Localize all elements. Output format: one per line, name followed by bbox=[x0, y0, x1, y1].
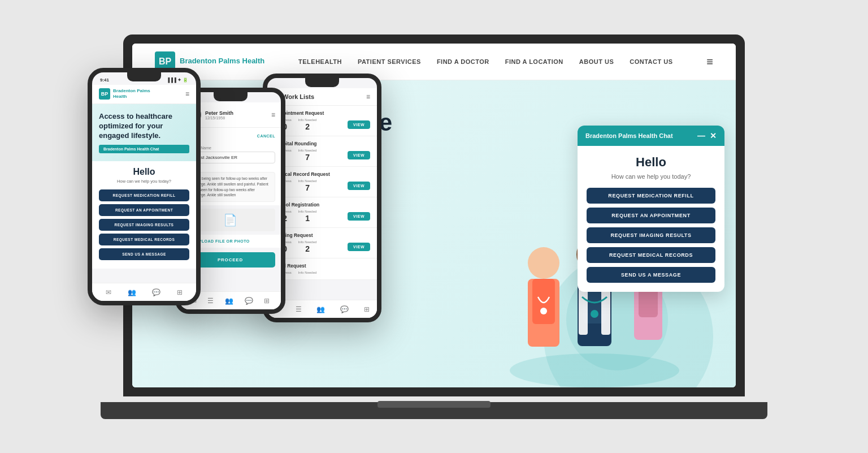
phone-left-hero-title: Access to healthcare optimized for your … bbox=[99, 112, 189, 141]
stat-info-needed-3: Info Needed 1 bbox=[298, 210, 317, 223]
phone-right-nav-people-icon[interactable]: 👥 bbox=[316, 305, 325, 313]
nav-contact-us[interactable]: CONTACT US bbox=[630, 58, 672, 65]
laptop-btn-medical-records[interactable]: REQUEST MEDICAL RECORDS bbox=[587, 247, 715, 263]
phone-middle-nav-grid-icon[interactable]: ⊞ bbox=[264, 297, 270, 305]
phone-left-signal-icon: ▐▐▐ ✦ 🔋 bbox=[167, 77, 188, 83]
phone-right-notch bbox=[305, 78, 339, 87]
phone-right-nav-list-icon[interactable]: ☰ bbox=[296, 305, 302, 313]
worklist-item-0-stats: In Progress 10 Info Needed 2 VIEW bbox=[274, 118, 370, 131]
worklist-item-0-title: Appointment Request bbox=[274, 110, 370, 116]
worklist-item-3-title: School Registration bbox=[274, 202, 370, 208]
phone-left-chat-banner: Bradenton Palms Health Chat bbox=[99, 145, 189, 153]
phone-left-btn-appointment[interactable]: REQUEST AN APPOINTMENT bbox=[99, 204, 189, 216]
laptop-chat-controls: — ✕ bbox=[697, 131, 717, 140]
patient-name: Peter Smith bbox=[205, 110, 271, 116]
laptop-chat-body: Hello How can we help you today? REQUEST… bbox=[578, 146, 724, 292]
phone-left-hero: Access to healthcare optimized for your … bbox=[92, 104, 196, 162]
laptop-chat-widget: Bradenton Palms Health Chat — ✕ Hello Ho… bbox=[578, 126, 724, 292]
stat-info-needed-1: Info Needed 7 bbox=[298, 149, 317, 162]
view-btn-3[interactable]: VIEW bbox=[348, 212, 370, 221]
phone-right-nav-chat-icon[interactable]: 💬 bbox=[340, 305, 349, 313]
phone-left-frame: 9:41 ▐▐▐ ✦ 🔋 BP Bradenton PalmsHealth ≡ … bbox=[88, 68, 201, 305]
svg-point-4 bbox=[540, 308, 547, 314]
laptop-btn-medication-refill[interactable]: REQUEST MEDICATION REFILL bbox=[587, 188, 715, 204]
phone-left-time: 9:41 bbox=[100, 77, 109, 83]
worklist-item-3-stats: In Progress 12 Info Needed 1 VIEW bbox=[274, 210, 370, 223]
worklist-item-1-title: Hospital Rounding bbox=[274, 141, 370, 146]
phone-left-btn-medication[interactable]: REQUEST MEDICATION REFILL bbox=[99, 189, 189, 201]
phone-right-nav-grid-icon[interactable]: ⊞ bbox=[364, 305, 370, 313]
nav-find-location[interactable]: FIND A LOCATION bbox=[505, 58, 563, 65]
laptop-btn-appointment[interactable]: REQUEST AN APPOINTMENT bbox=[587, 208, 715, 223]
document-icon: 📄 bbox=[223, 213, 237, 227]
svg-rect-3 bbox=[532, 279, 555, 324]
brand-name: Bradenton Palms Health bbox=[180, 57, 264, 66]
laptop-chat-minimize-icon[interactable]: — bbox=[697, 131, 705, 140]
nav-telehealth[interactable]: TELEHEALTH bbox=[298, 58, 342, 65]
stat-info-needed-2: Info Needed 7 bbox=[298, 179, 317, 192]
laptop-btn-send-message[interactable]: SEND US A MESSAGE bbox=[587, 267, 715, 283]
worklist-item-2-title: Medical Record Request bbox=[274, 171, 370, 177]
phone-middle-notch bbox=[214, 92, 248, 101]
phone-left-nav-mail-icon[interactable]: ✉ bbox=[106, 288, 111, 296]
stat-info-needed-5: Info Needed bbox=[298, 271, 317, 275]
phone-left-nav-people-icon[interactable]: 👥 bbox=[128, 288, 136, 296]
scene: BP Bradenton Palms Health TELEHEALTH PAT… bbox=[0, 0, 868, 453]
cancel-button[interactable]: CANCEL bbox=[257, 134, 275, 138]
svg-point-0 bbox=[510, 353, 679, 387]
phone-left-btn-records[interactable]: REQUEST MEDICAL RECORDS bbox=[99, 234, 189, 245]
view-btn-1[interactable]: VIEW bbox=[348, 151, 370, 159]
view-btn-0[interactable]: VIEW bbox=[348, 120, 370, 129]
phone-middle-nav-people-icon[interactable]: 👥 bbox=[225, 297, 233, 305]
stat-info-needed-0: Info Needed 2 bbox=[298, 118, 317, 131]
nav-patient-services[interactable]: PATIENT SERVICES bbox=[358, 58, 421, 65]
phone-left-nav-chat-icon[interactable]: 💬 bbox=[152, 288, 160, 296]
laptop-chat-title: Bradenton Palms Health Chat bbox=[585, 132, 673, 139]
hamburger-icon[interactable]: ≡ bbox=[706, 56, 713, 67]
phone-left-nav: BP Bradenton PalmsHealth ≡ bbox=[92, 85, 196, 104]
laptop-chat-greeting: Hello bbox=[587, 155, 715, 170]
worklist-item-4-stats: In Progress 10 Info Needed 2 VIEW bbox=[274, 240, 370, 253]
phone-left-btn-message[interactable]: SEND US A MESSAGE bbox=[99, 248, 189, 260]
nav-about-us[interactable]: ABOUT US bbox=[579, 58, 614, 65]
worklist-item-1-stats: In Progress 7 Info Needed 7 VIEW bbox=[274, 149, 370, 162]
worklist-item-2-stats: In Progress 3 Info Needed 7 VIEW bbox=[274, 179, 370, 192]
phone-left-notch bbox=[127, 72, 161, 81]
laptop-chat-header: Bradenton Palms Health Chat — ✕ bbox=[578, 126, 724, 146]
phone-left-subtitle: How can we help you today? bbox=[99, 179, 189, 184]
phone-left: 9:41 ▐▐▐ ✦ 🔋 BP Bradenton PalmsHealth ≡ … bbox=[88, 68, 201, 305]
stat-info-needed-4: Info Needed 2 bbox=[298, 240, 317, 253]
laptop-btn-imaging[interactable]: REQUEST IMAGING RESULTS bbox=[587, 227, 715, 243]
laptop-hinge bbox=[377, 401, 491, 408]
svg-point-1 bbox=[528, 247, 559, 279]
laptop-chat-close-icon[interactable]: ✕ bbox=[710, 131, 717, 140]
website-nav: BP Bradenton Palms Health TELEHEALTH PAT… bbox=[132, 44, 736, 80]
phone-left-brand-name: Bradenton PalmsHealth bbox=[113, 88, 150, 100]
nav-links: TELEHEALTH PATIENT SERVICES FIND A DOCTO… bbox=[298, 58, 672, 65]
view-btn-4[interactable]: VIEW bbox=[348, 243, 370, 251]
view-btn-2[interactable]: VIEW bbox=[348, 182, 370, 190]
patient-dob: 12/15/1958 bbox=[205, 116, 271, 120]
worklist-title: Work Lists bbox=[283, 93, 314, 100]
phone-middle-nav-chat-icon[interactable]: 💬 bbox=[245, 297, 253, 305]
laptop-base bbox=[101, 402, 767, 419]
phone-left-menu-icon[interactable]: ≡ bbox=[185, 90, 189, 98]
phone-left-bottom-nav: ✉ 👥 💬 ⊞ bbox=[92, 283, 196, 301]
patient-menu-icon[interactable]: ≡ bbox=[271, 111, 275, 119]
worklist-item-5-title: Refill Request bbox=[274, 263, 370, 269]
phone-left-logo: BP bbox=[99, 88, 110, 100]
phone-left-nav-grid-icon[interactable]: ⊞ bbox=[177, 288, 183, 296]
worklist-item-5-stats: In Progress Info Needed bbox=[274, 271, 370, 275]
upload-label: UPLOAD FILE OR PHOTO bbox=[196, 239, 250, 243]
laptop-chat-subtitle: How can we help you today? bbox=[587, 173, 715, 180]
nav-find-doctor[interactable]: FIND A DOCTOR bbox=[437, 58, 489, 65]
phone-left-brand: BP Bradenton PalmsHealth bbox=[99, 88, 150, 100]
worklist-item-4-title: Imaging Request bbox=[274, 232, 370, 238]
patient-info: Peter Smith 12/15/1958 bbox=[205, 110, 271, 120]
svg-point-10 bbox=[591, 310, 598, 318]
phone-left-chat-content: Hello How can we help you today? REQUEST… bbox=[92, 161, 196, 269]
phone-left-btn-imaging[interactable]: REQUEST IMAGING RESULTS bbox=[99, 219, 189, 231]
worklist-menu-icon[interactable]: ≡ bbox=[366, 93, 370, 101]
phone-left-greeting: Hello bbox=[99, 167, 189, 177]
phone-middle-nav-list-icon[interactable]: ☰ bbox=[207, 297, 214, 305]
